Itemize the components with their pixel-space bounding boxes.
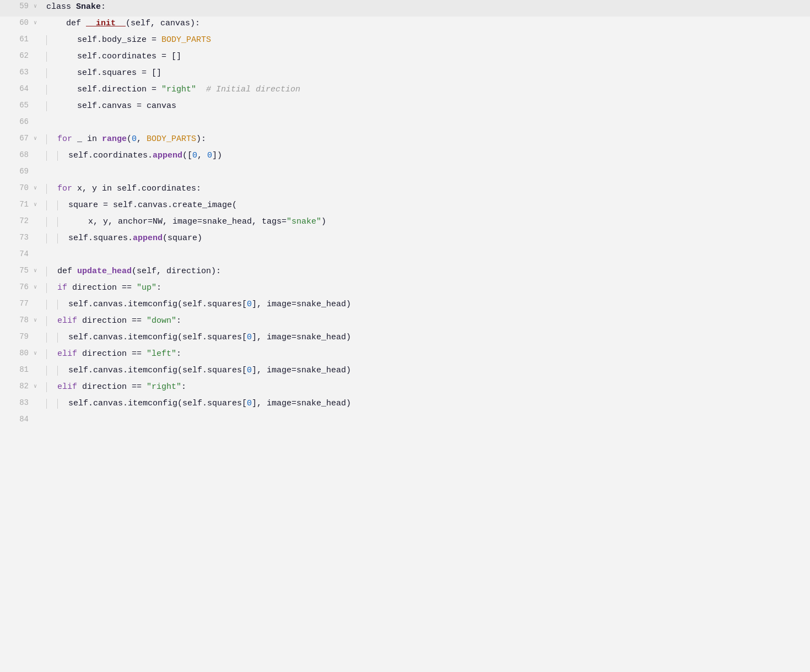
line-number-80: 80: [11, 348, 29, 360]
line-content-77: self.canvas.itemconfig(self.squares[0], …: [44, 298, 810, 311]
line-number-72: 72: [11, 215, 29, 227]
line-content-75: def update_head(self, direction):: [44, 265, 810, 278]
fold-arrow-82[interactable]: ∨: [31, 382, 40, 391]
line-number-68: 68: [11, 149, 29, 161]
line-number-63: 63: [11, 67, 29, 79]
line-content-72: x, y, anchor=NW, image=snake_head, tags=…: [44, 215, 810, 228]
token: :: [181, 381, 186, 393]
token: self.squares.: [68, 232, 133, 245]
gutter-82: 82 ∨: [0, 381, 44, 393]
fold-arrow-69: [31, 167, 40, 176]
token: ,: [137, 133, 147, 145]
code-line-71: 71 ∨ square = self.canvas.create_image(: [0, 198, 810, 215]
code-line-79: 79 self.canvas.itemconfig(self.squares[0…: [0, 330, 810, 347]
line-number-78: 78: [11, 315, 29, 327]
line-content-84: [44, 414, 810, 426]
token: x, y in self.coordinates:: [72, 182, 201, 195]
token: 0: [247, 331, 252, 344]
token: self.coordinates.: [68, 149, 153, 162]
token: elif: [57, 315, 77, 327]
fold-arrow-70[interactable]: ∨: [31, 184, 40, 193]
line-content-64: self.direction = "right" # Initial direc…: [44, 83, 810, 96]
token: self.canvas.itemconfig(self.squares[: [68, 331, 247, 344]
token: "left": [147, 348, 176, 360]
fold-arrow-72: [31, 217, 40, 226]
line-number-66: 66: [11, 116, 29, 128]
token: self.squares =: [57, 67, 152, 79]
line-content-80: elif direction == "left":: [44, 348, 810, 360]
gutter-59: 59 ∨: [0, 1, 44, 13]
code-line-64: 64 self.direction = "right" # Initial di…: [0, 83, 810, 99]
code-line-72: 72 x, y, anchor=NW, image=snake_head, ta…: [0, 215, 810, 231]
token: self.coordinates =: [57, 50, 171, 63]
code-line-77: 77 self.canvas.itemconfig(self.squares[0…: [0, 297, 810, 314]
code-line-66: 66: [0, 116, 810, 132]
gutter-74: 74: [0, 248, 44, 261]
token: def: [46, 17, 86, 30]
line-number-67: 67: [11, 133, 29, 145]
fold-arrow-63: [31, 68, 40, 77]
line-number-60: 60: [11, 17, 29, 29]
fold-arrow-68: [31, 151, 40, 160]
token: 0: [192, 149, 197, 162]
code-line-70: 70 ∨ for x, y in self.coordinates:: [0, 182, 810, 198]
token: x, y, anchor=NW, image=snake_head, tags=: [68, 215, 287, 228]
gutter-69: 69: [0, 166, 44, 178]
fold-arrow-59[interactable]: ∨: [31, 2, 40, 11]
token: square = self.canvas.create_image(: [68, 199, 237, 212]
line-number-79: 79: [11, 331, 29, 343]
line-number-69: 69: [11, 166, 29, 178]
line-content-81: self.canvas.itemconfig(self.squares[0], …: [44, 364, 810, 377]
gutter-63: 63: [0, 67, 44, 79]
token: "right": [147, 381, 181, 393]
line-content-69: [44, 166, 810, 178]
fold-arrow-76[interactable]: ∨: [31, 283, 40, 292]
fold-arrow-64: [31, 85, 40, 94]
token: ): [321, 215, 326, 228]
code-line-80: 80 ∨ elif direction == "left":: [0, 347, 810, 364]
code-line-59: 59 ∨ class Snake:: [0, 0, 810, 17]
token: BODY_PARTS: [161, 34, 211, 46]
token: ):: [196, 133, 206, 145]
token: ], image=snake_head): [252, 298, 351, 311]
fold-arrow-71[interactable]: ∨: [31, 200, 40, 209]
fold-arrow-80[interactable]: ∨: [31, 349, 40, 358]
token: ], image=snake_head): [252, 364, 351, 377]
token: append: [133, 232, 163, 245]
gutter-77: 77: [0, 298, 44, 310]
fold-arrow-60[interactable]: ∨: [31, 19, 40, 28]
code-line-74: 74: [0, 248, 810, 264]
code-line-75: 75 ∨ def update_head(self, direction):: [0, 264, 810, 281]
code-line-60: 60 ∨ def __init__(self, canvas):: [0, 17, 810, 33]
token: 0: [247, 364, 252, 377]
fold-arrow-79: [31, 333, 40, 342]
gutter-83: 83: [0, 397, 44, 409]
fold-arrow-73: [31, 234, 40, 242]
line-number-71: 71: [11, 199, 29, 211]
fold-arrow-75[interactable]: ∨: [31, 267, 40, 275]
code-editor: 59 ∨ class Snake: 60 ∨ def __init__(self…: [0, 0, 810, 672]
code-line-78: 78 ∨ elif direction == "down":: [0, 314, 810, 330]
token: self.direction =: [57, 83, 161, 96]
fold-arrow-78[interactable]: ∨: [31, 316, 40, 325]
line-content-82: elif direction == "right":: [44, 381, 810, 393]
token: direction ==: [67, 281, 137, 294]
fold-arrow-67[interactable]: ∨: [31, 134, 40, 143]
line-content-63: self.squares = []: [44, 67, 810, 79]
line-content-83: self.canvas.itemconfig(self.squares[0], …: [44, 397, 810, 410]
gutter-76: 76 ∨: [0, 281, 44, 294]
code-line-84: 84: [0, 413, 810, 430]
token: __init__: [86, 17, 126, 30]
code-line-82: 82 ∨ elif direction == "right":: [0, 380, 810, 397]
token: self.body_size =: [57, 34, 161, 46]
gutter-70: 70 ∨: [0, 182, 44, 194]
line-number-83: 83: [11, 397, 29, 409]
token: ([: [182, 149, 192, 162]
token: direction ==: [77, 315, 147, 327]
line-content-76: if direction == "up":: [44, 281, 810, 294]
line-number-76: 76: [11, 281, 29, 294]
gutter-65: 65: [0, 100, 44, 112]
line-number-59: 59: [11, 1, 29, 13]
line-content-78: elif direction == "down":: [44, 315, 810, 327]
line-content-66: [44, 116, 810, 129]
